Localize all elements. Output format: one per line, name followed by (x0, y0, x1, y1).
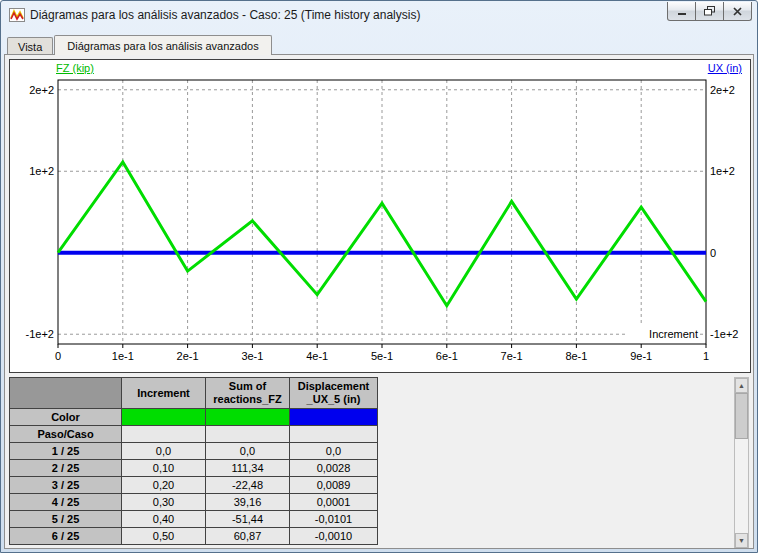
color-row: Color (10, 409, 378, 426)
table-cell[interactable]: 0,50 (122, 528, 206, 545)
table-header-row: Increment Sum of reactions_FZ Displaceme… (10, 378, 378, 409)
table-row: 3 / 25 0,20 -22,48 0,0089 (10, 477, 378, 494)
window-controls (668, 2, 752, 21)
table-cell[interactable]: 0,0001 (290, 494, 378, 511)
table-row: 1 / 25 0,0 0,0 0,0 (10, 443, 378, 460)
tab-diagramas[interactable]: Diágramas para los análisis avanzados (54, 35, 271, 55)
table-cell[interactable] (206, 426, 290, 443)
col-header-reactions-fz: Sum of reactions_FZ (206, 378, 290, 409)
x-tick-label: 6e-1 (436, 350, 458, 362)
titlebar[interactable]: Diágramas para los análisis avanzados - … (4, 1, 754, 28)
x-tick-label: 4e-1 (306, 350, 328, 362)
row-header-step: 4 / 25 (10, 494, 122, 511)
table-cell[interactable]: 0,10 (122, 460, 206, 477)
row-header-step: 5 / 25 (10, 511, 122, 528)
color-swatch-ux (290, 409, 378, 426)
table-row: 2 / 25 0,10 111,34 0,0028 (10, 460, 378, 477)
x-tick-label: 1e-1 (112, 350, 134, 362)
results-table: Increment Sum of reactions_FZ Displaceme… (9, 377, 378, 545)
table-cell[interactable]: 0,0 (206, 443, 290, 460)
row-header-step: 6 / 25 (10, 528, 122, 545)
app-icon (9, 7, 25, 23)
col-header-increment: Increment (122, 378, 206, 409)
col-header-displacement-ux: Displacement _UX_5 (in) (290, 378, 378, 409)
x-tick-label: 9e-1 (630, 350, 652, 362)
tab-bar: Vista Diágramas para los análisis avanza… (4, 28, 754, 54)
table-cell[interactable]: 0,30 (122, 494, 206, 511)
minimize-button[interactable] (667, 2, 696, 21)
table-row: 5 / 25 0,40 -51,44 -0,0101 (10, 511, 378, 528)
tab-page: FZ (kip) UX (in) 01e-12e-13e-14e-15e-16e… (4, 54, 754, 549)
close-icon (733, 7, 742, 16)
x-tick-label: 7e-1 (501, 350, 523, 362)
x-tick-label: 2e-1 (177, 350, 199, 362)
app-window: Diágramas para los análisis avanzados - … (0, 0, 758, 553)
table-cell[interactable]: 0,0 (290, 443, 378, 460)
row-header-step: 1 / 25 (10, 443, 122, 460)
table-cell[interactable]: 60,87 (206, 528, 290, 545)
table-cell[interactable]: -0,0101 (290, 511, 378, 528)
tab-vista-label: Vista (18, 41, 42, 53)
x-axis-label: Increment (649, 328, 698, 340)
table-scrollbar[interactable]: ▲ ▼ (734, 377, 749, 549)
minimize-icon (677, 7, 687, 16)
corner-cell (10, 378, 122, 409)
x-tick-label: 0 (55, 350, 61, 362)
table-cell[interactable]: 0,0028 (290, 460, 378, 477)
right-tick-label: -1e+2 (710, 328, 738, 340)
close-button[interactable] (723, 2, 752, 21)
color-swatch-increment (122, 409, 206, 426)
x-tick-label: 3e-1 (241, 350, 263, 362)
x-tick-label: 1 (703, 350, 709, 362)
table-row: 6 / 25 0,50 60,87 -0,0010 (10, 528, 378, 545)
table-cell[interactable]: 39,16 (206, 494, 290, 511)
row-header-step: 3 / 25 (10, 477, 122, 494)
right-tick-label: 0 (710, 247, 716, 259)
table-cell[interactable] (122, 426, 206, 443)
scroll-down-button[interactable]: ▼ (735, 533, 748, 548)
tab-diagramas-label: Diágramas para los análisis avanzados (67, 40, 258, 52)
left-tick-label: 1e+2 (29, 165, 54, 177)
table-cell[interactable]: 0,0089 (290, 477, 378, 494)
window-title: Diágramas para los análisis avanzados - … (30, 8, 668, 22)
scrollbar-track[interactable] (735, 393, 748, 533)
time-history-chart: 01e-12e-13e-14e-15e-16e-17e-18e-19e-112e… (10, 60, 750, 370)
right-axis-title: UX (in) (708, 62, 742, 74)
table-cell[interactable]: -22,48 (206, 477, 290, 494)
tab-vista[interactable]: Vista (7, 37, 53, 55)
row-header-color: Color (10, 409, 122, 426)
color-swatch-fz (206, 409, 290, 426)
table-cell[interactable]: 0,40 (122, 511, 206, 528)
table-cell[interactable] (290, 426, 378, 443)
x-tick-label: 8e-1 (565, 350, 587, 362)
row-header-step: 2 / 25 (10, 460, 122, 477)
right-tick-label: 1e+2 (710, 165, 735, 177)
table-area: Increment Sum of reactions_FZ Displaceme… (9, 377, 749, 549)
paso-caso-row: Paso/Caso (10, 426, 378, 443)
left-tick-label: -1e+2 (26, 328, 54, 340)
table-cell[interactable]: 0,20 (122, 477, 206, 494)
table-cell[interactable]: 111,34 (206, 460, 290, 477)
chart-panel: FZ (kip) UX (in) 01e-12e-13e-14e-15e-16e… (9, 59, 751, 373)
table-cell[interactable]: -0,0010 (290, 528, 378, 545)
restore-icon (704, 6, 715, 16)
right-tick-label: 2e+2 (710, 84, 735, 96)
maximize-button[interactable] (695, 2, 724, 21)
table-cell[interactable]: 0,0 (122, 443, 206, 460)
row-header-paso-caso: Paso/Caso (10, 426, 122, 443)
x-tick-label: 5e-1 (371, 350, 393, 362)
scrollbar-thumb[interactable] (735, 393, 748, 439)
left-tick-label: 2e+2 (29, 84, 54, 96)
table-row: 4 / 25 0,30 39,16 0,0001 (10, 494, 378, 511)
scroll-up-button[interactable]: ▲ (735, 378, 748, 393)
table-cell[interactable]: -51,44 (206, 511, 290, 528)
left-axis-title: FZ (kip) (56, 62, 94, 74)
